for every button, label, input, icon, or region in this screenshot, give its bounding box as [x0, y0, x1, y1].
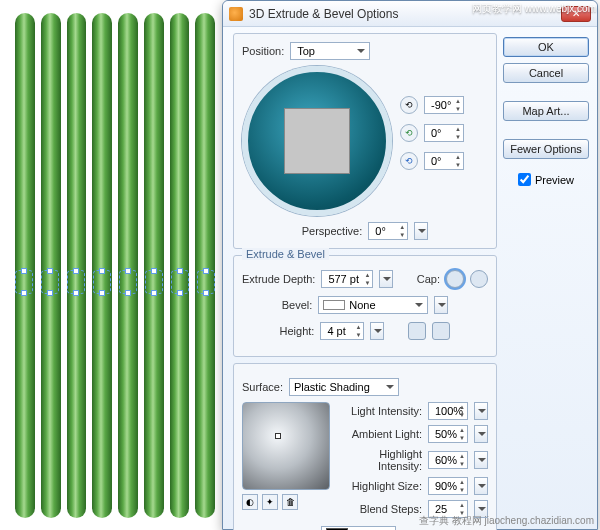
shading-color-select[interactable]: Black	[321, 526, 396, 530]
tube[interactable]	[170, 13, 190, 518]
map-art-button[interactable]: Map Art...	[503, 101, 589, 121]
position-label: Position:	[242, 45, 284, 57]
app-icon	[229, 7, 243, 21]
light-handle[interactable]	[275, 433, 281, 439]
extrude-depth-dropdown[interactable]	[379, 270, 393, 288]
tube[interactable]	[195, 13, 215, 518]
extrude-bevel-title: Extrude & Bevel	[242, 248, 329, 260]
perspective-label: Perspective:	[302, 225, 363, 237]
highlight-intensity-label: Highlight Intensity:	[340, 448, 422, 472]
bevel-height-input[interactable]: 4 pt ▲▼	[320, 322, 364, 340]
surface-select[interactable]: Plastic Shading	[289, 378, 399, 396]
extrude-bevel-group: Extrude & Bevel Extrude Depth: 577 pt ▲▼…	[233, 255, 497, 357]
bevel-extent-in-icon[interactable]	[408, 322, 426, 340]
cap-on-icon[interactable]	[446, 270, 464, 288]
blend-steps-dd[interactable]	[474, 500, 488, 518]
light-intensity-label: Light Intensity:	[340, 405, 422, 417]
tubes-group	[10, 8, 220, 523]
highlight-size-input[interactable]: 90%▲▼	[428, 477, 468, 495]
fewer-options-button[interactable]: Fewer Options	[503, 139, 589, 159]
tube[interactable]	[67, 13, 87, 518]
rotate-z-input[interactable]: 0° ▲▼	[424, 152, 464, 170]
window-close-button[interactable]: ✕	[561, 6, 591, 22]
new-light-icon[interactable]: ✦	[262, 494, 278, 510]
tube[interactable]	[118, 13, 138, 518]
rotate-x-icon[interactable]: ⟲	[400, 96, 418, 114]
blend-steps-input[interactable]: 25▲▼	[428, 500, 468, 518]
extrude-depth-input[interactable]: 577 pt ▲▼	[321, 270, 373, 288]
preview-checkbox[interactable]: Preview	[503, 173, 589, 186]
tube[interactable]	[41, 13, 61, 518]
position-select[interactable]: Top	[290, 42, 370, 60]
cap-label: Cap:	[417, 273, 440, 285]
dialog-3d-extrude-bevel: 3D Extrude & Bevel Options ✕ Position: T…	[222, 0, 598, 530]
delete-light-icon[interactable]: 🗑	[282, 494, 298, 510]
surface-label: Surface:	[242, 381, 283, 393]
extrude-depth-label: Extrude Depth:	[242, 273, 315, 285]
rotate-z-icon[interactable]: ⟲	[400, 152, 418, 170]
rotate-x-input[interactable]: -90° ▲▼	[424, 96, 464, 114]
blend-steps-label: Blend Steps:	[340, 503, 422, 515]
highlight-size-label: Highlight Size:	[340, 480, 422, 492]
bevel-select[interactable]: None	[318, 296, 428, 314]
bevel-dropdown[interactable]	[434, 296, 448, 314]
dialog-title: 3D Extrude & Bevel Options	[249, 7, 398, 21]
lighting-preview[interactable]	[242, 402, 330, 490]
tube[interactable]	[144, 13, 164, 518]
surface-group: Surface: Plastic Shading ◐ ✦ 🗑	[233, 363, 497, 530]
rotation-trackball[interactable]	[242, 66, 392, 216]
highlight-intensity-dd[interactable]	[474, 451, 488, 469]
rotate-y-input[interactable]: 0° ▲▼	[424, 124, 464, 142]
light-intensity-dd[interactable]	[474, 402, 488, 420]
tube[interactable]	[15, 13, 35, 518]
bevel-label: Bevel:	[282, 299, 313, 311]
selection-band	[10, 270, 220, 294]
illustrator-canvas[interactable]	[10, 8, 220, 523]
ambient-dd[interactable]	[474, 425, 488, 443]
bevel-height-dropdown[interactable]	[370, 322, 384, 340]
perspective-dropdown[interactable]	[414, 222, 428, 240]
bevel-height-label: Height:	[280, 325, 315, 337]
bevel-extent-out-icon[interactable]	[432, 322, 450, 340]
ambient-label: Ambient Light:	[340, 428, 422, 440]
cap-off-icon[interactable]	[470, 270, 488, 288]
rotate-y-icon[interactable]: ⟲	[400, 124, 418, 142]
ok-button[interactable]: OK	[503, 37, 589, 57]
move-light-back-icon[interactable]: ◐	[242, 494, 258, 510]
cancel-button[interactable]: Cancel	[503, 63, 589, 83]
dialog-titlebar[interactable]: 3D Extrude & Bevel Options ✕	[223, 1, 597, 27]
position-value: Top	[297, 45, 315, 57]
perspective-input[interactable]: 0° ▲▼	[368, 222, 408, 240]
ambient-input[interactable]: 50%▲▼	[428, 425, 468, 443]
tube[interactable]	[92, 13, 112, 518]
highlight-size-dd[interactable]	[474, 477, 488, 495]
position-group: Position: Top ⟲ -90° ▲▼	[233, 33, 497, 249]
light-intensity-input[interactable]: 100%▲▼	[428, 402, 468, 420]
bevel-swatch	[323, 300, 345, 310]
highlight-intensity-input[interactable]: 60%▲▼	[428, 451, 468, 469]
